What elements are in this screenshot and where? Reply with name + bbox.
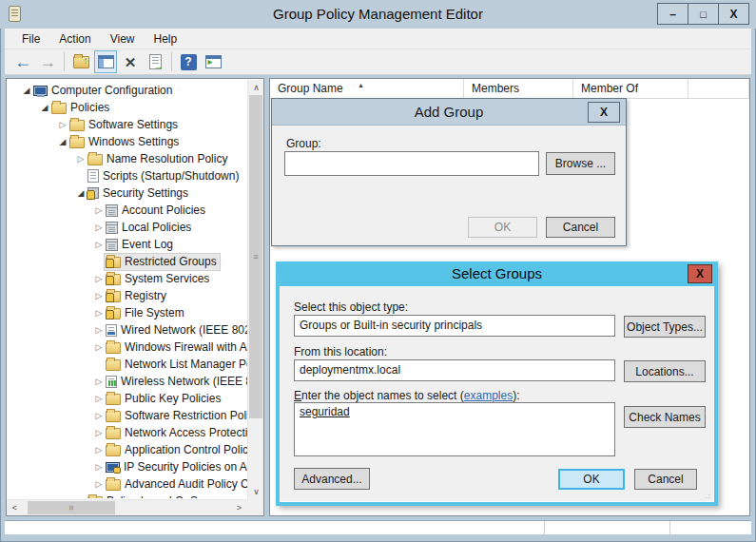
- tree-item-content[interactable]: Policy-based QoS: [87, 494, 201, 499]
- tree-item-content[interactable]: System Services: [105, 271, 212, 287]
- tree-item-content[interactable]: Scripts (Startup/Shutdown): [87, 168, 242, 184]
- tree-item[interactable]: ▷Software Restriction Polic: [8, 407, 247, 424]
- collapse-icon[interactable]: ◢: [21, 86, 32, 95]
- expand-icon[interactable]: ▷: [93, 445, 105, 455]
- tree-item-content[interactable]: Application Control Polic: [105, 442, 247, 458]
- tree-item-content[interactable]: Local Policies: [105, 220, 194, 236]
- back-icon[interactable]: ←: [11, 50, 34, 73]
- forward-icon[interactable]: →: [36, 50, 59, 73]
- delete-icon[interactable]: ✕: [119, 50, 142, 73]
- expand-icon[interactable]: ▷: [75, 154, 87, 164]
- maximize-button[interactable]: □: [688, 3, 719, 25]
- tree-item[interactable]: ▷Event Log: [8, 236, 247, 253]
- horizontal-scroll-thumb[interactable]: ≡: [28, 501, 115, 514]
- tree-item-content[interactable]: Software Restriction Polic: [105, 408, 247, 424]
- tree-item[interactable]: ▷System Services: [8, 270, 247, 287]
- tree-item[interactable]: ▷Windows Firewall with Ad: [8, 339, 247, 356]
- new-window-icon[interactable]: [202, 50, 224, 73]
- expand-icon[interactable]: ▷: [93, 240, 105, 249]
- tree-item-content[interactable]: Public Key Policies: [105, 391, 223, 407]
- collapse-icon[interactable]: ◢: [57, 137, 68, 146]
- tree-item[interactable]: ▷Software Settings: [8, 116, 247, 133]
- expand-icon[interactable]: ▷: [93, 325, 105, 335]
- tree-item-content[interactable]: Account Policies: [105, 203, 208, 219]
- tree-item-content[interactable]: IP Security Policies on Ac: [105, 459, 247, 475]
- expand-icon[interactable]: ▷: [93, 479, 105, 489]
- expand-icon[interactable]: ▷: [93, 411, 105, 420]
- expand-icon[interactable]: ▷: [93, 223, 105, 232]
- tree-item-content[interactable]: Windows Firewall with Ad: [105, 339, 247, 356]
- tree-item[interactable]: ▷Account Policies: [8, 202, 247, 219]
- object-types-button[interactable]: Object Types...: [624, 316, 706, 338]
- menu-item-file[interactable]: File: [12, 29, 49, 48]
- tree-item[interactable]: ◢Computer Configuration: [8, 82, 247, 99]
- tree-item[interactable]: ▷IP Security Policies on Ac: [8, 458, 247, 475]
- tree-item-content[interactable]: Registry: [105, 288, 169, 304]
- scroll-left-icon[interactable]: <: [7, 500, 23, 514]
- tree-item-content[interactable]: Restricted Groups: [105, 254, 220, 270]
- select-groups-close-icon[interactable]: X: [688, 264, 712, 283]
- tree-item[interactable]: ▷Public Key Policies: [8, 390, 247, 407]
- expand-icon[interactable]: ▷: [93, 205, 105, 215]
- tree-item[interactable]: ▷Policy-based QoS: [8, 493, 247, 498]
- tree-item-content[interactable]: Security Settings: [87, 185, 191, 202]
- collapse-icon[interactable]: ◢: [75, 188, 87, 198]
- expand-icon[interactable]: ▷: [75, 496, 87, 498]
- tree-item[interactable]: ◢Security Settings: [8, 184, 247, 202]
- tree-item-content[interactable]: Network Access Protectio: [105, 425, 247, 441]
- collapse-icon[interactable]: ◢: [39, 103, 50, 112]
- tree-vertical-scrollbar[interactable]: ∧ ≡ ∨: [247, 80, 263, 499]
- expand-icon[interactable]: ▷: [93, 291, 105, 300]
- close-button[interactable]: X: [718, 3, 749, 25]
- tree-item[interactable]: ▷Advanced Audit Policy C: [8, 475, 247, 493]
- resize-grip-icon[interactable]: .:: [706, 492, 711, 500]
- expand-icon[interactable]: ▷: [93, 428, 105, 437]
- tree-item-content[interactable]: Policies: [50, 100, 112, 116]
- tree-item[interactable]: ◢Windows Settings: [8, 133, 247, 150]
- expand-icon[interactable]: ▷: [93, 377, 105, 386]
- tree-item-content[interactable]: Event Log: [105, 237, 176, 253]
- object-names-input[interactable]: seguridad: [294, 402, 615, 456]
- column-header-blank[interactable]: [688, 79, 749, 98]
- group-name-input[interactable]: [284, 151, 539, 176]
- tree-item-content[interactable]: Wireless Network (IEEE 80: [105, 374, 247, 390]
- locations-button[interactable]: Locations...: [624, 360, 706, 382]
- tree-item[interactable]: ◢Policies: [8, 99, 247, 116]
- scroll-up-icon[interactable]: ∧: [248, 80, 264, 95]
- tree-item[interactable]: Restricted Groups: [8, 253, 247, 270]
- check-names-button[interactable]: Check Names: [624, 406, 706, 428]
- browse-button[interactable]: Browse ...: [546, 152, 615, 175]
- tree-item[interactable]: ▷Local Policies: [8, 219, 247, 236]
- advanced-button[interactable]: Advanced...: [294, 468, 370, 490]
- console-tree-icon[interactable]: [94, 50, 117, 73]
- tree-item[interactable]: ▷Network Access Protectio: [8, 424, 247, 441]
- tree-item[interactable]: ▷Wireless Network (IEEE 80: [8, 373, 247, 390]
- add-group-close-icon[interactable]: X: [588, 102, 620, 123]
- menu-item-view[interactable]: View: [101, 29, 145, 48]
- menu-item-action[interactable]: Action: [49, 29, 100, 48]
- export-list-icon[interactable]: [144, 50, 166, 73]
- add-group-cancel-button[interactable]: Cancel: [546, 217, 615, 238]
- examples-link[interactable]: examples: [464, 389, 513, 402]
- minimize-button[interactable]: –: [657, 3, 688, 25]
- expand-icon[interactable]: ▷: [93, 274, 105, 283]
- menu-item-help[interactable]: Help: [145, 29, 187, 48]
- vertical-scroll-thumb[interactable]: ≡: [249, 95, 262, 418]
- up-one-level-icon[interactable]: [69, 50, 92, 73]
- column-header-members[interactable]: Members: [464, 79, 573, 98]
- tree-item[interactable]: Scripts (Startup/Shutdown): [8, 167, 247, 184]
- tree-item-content[interactable]: Software Settings: [68, 117, 181, 133]
- select-groups-cancel-button[interactable]: Cancel: [634, 469, 697, 490]
- tree-horizontal-scrollbar[interactable]: < ≡ >: [7, 499, 247, 515]
- tree-item[interactable]: ▷File System: [8, 304, 247, 321]
- tree-item[interactable]: ▷Registry: [8, 287, 247, 304]
- expand-icon[interactable]: ▷: [57, 120, 68, 129]
- tree-item[interactable]: ▷Wired Network (IEEE 802.: [8, 321, 247, 339]
- scroll-down-icon[interactable]: ∨: [248, 484, 264, 499]
- tree-item-content[interactable]: Wired Network (IEEE 802.: [105, 322, 247, 339]
- column-header-group-name[interactable]: Group Name▲: [270, 79, 464, 98]
- help-icon[interactable]: ?: [177, 50, 200, 73]
- expand-icon[interactable]: ▷: [93, 462, 105, 472]
- tree-item-content[interactable]: Windows Settings: [68, 134, 182, 150]
- tree-item-content[interactable]: Computer Configuration: [32, 83, 175, 99]
